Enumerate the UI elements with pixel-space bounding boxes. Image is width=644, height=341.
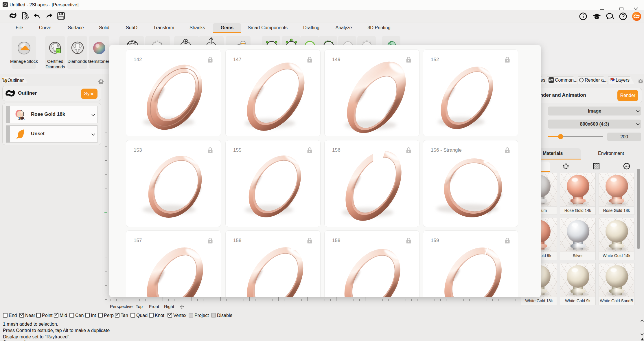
svg-text:18K: 18K [18, 116, 25, 120]
